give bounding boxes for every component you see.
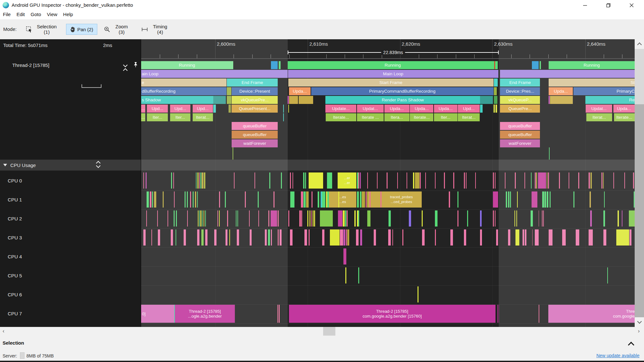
trace-slice[interactable]: [229, 105, 230, 113]
cpu-slice[interactable]: [157, 210, 158, 227]
cpu-slice[interactable]: [508, 229, 511, 246]
cpu-slice[interactable]: [320, 210, 333, 227]
cpu-slice[interactable]: [607, 267, 608, 283]
trace-slice[interactable]: Itera...: [384, 113, 409, 121]
cpu-slice[interactable]: [493, 191, 498, 208]
menu-edit[interactable]: Edit: [14, 10, 28, 18]
cpu-slice[interactable]: [538, 172, 546, 189]
trace-slice[interactable]: queueBuffer: [232, 131, 278, 139]
cpu-slice[interactable]: [562, 229, 566, 246]
trace-slice[interactable]: s Shadow: [141, 96, 213, 104]
cpu-slice[interactable]: [314, 210, 315, 227]
cpu-slice[interactable]: [237, 229, 239, 246]
cpu-slice[interactable]: [279, 305, 279, 323]
cpu-slice[interactable]: Thread-2 [15785]...ogle.a2g.bender: [175, 305, 235, 323]
cpu-slice[interactable]: [301, 191, 303, 208]
trace-slice[interactable]: [227, 96, 232, 104]
cpu-slice[interactable]: [630, 229, 631, 246]
trace-slice[interactable]: [549, 96, 549, 104]
trace-slice[interactable]: waitForever: [232, 139, 278, 147]
cpu-slice[interactable]: [199, 172, 200, 189]
cpu-slice[interactable]: [204, 172, 205, 189]
trace-slice[interactable]: PrimaryC: [573, 87, 635, 95]
cpu-slice[interactable]: [358, 267, 359, 283]
cpu-slice[interactable]: [185, 191, 186, 208]
cpu-slice[interactable]: [307, 210, 308, 227]
cpu-slice[interactable]: [367, 172, 368, 189]
cpu-slice[interactable]: [539, 305, 539, 323]
cpu-slice[interactable]: [457, 191, 458, 208]
trace-slice[interactable]: ...: [141, 105, 145, 113]
cpu-slice[interactable]: [624, 172, 625, 189]
collapse-icon[interactable]: [124, 62, 127, 73]
cpu-slice[interactable]: [517, 191, 518, 208]
trace-slice[interactable]: Iterate...: [410, 113, 433, 121]
cpu-slice[interactable]: [265, 229, 267, 246]
trace-slice[interactable]: [540, 61, 541, 69]
scroll-up-arrow[interactable]: [635, 39, 644, 49]
cpu-slice[interactable]: [480, 229, 482, 246]
cpu-slice[interactable]: [550, 191, 551, 208]
trace-slice[interactable]: Iterat...: [586, 113, 612, 121]
cpu-slice[interactable]: [299, 210, 301, 227]
cpu-slice[interactable]: [236, 210, 236, 227]
trace-slice[interactable]: Iterat...: [458, 113, 480, 121]
trace-slice[interactable]: [213, 96, 226, 104]
trace-slice[interactable]: [230, 105, 231, 113]
trace-slice[interactable]: Update...: [325, 105, 356, 113]
cpu-slice[interactable]: [453, 172, 454, 189]
trace-slice[interactable]: Upd...: [458, 105, 480, 113]
cpu-slice[interactable]: [435, 210, 437, 227]
minimize-button[interactable]: [578, 0, 592, 10]
cpu-slice[interactable]: [495, 210, 495, 227]
cpu-slice[interactable]: [590, 191, 591, 208]
cpu-slice[interactable]: [613, 172, 614, 189]
cpu-slice[interactable]: [158, 229, 160, 246]
cpu-slice[interactable]: [532, 229, 533, 246]
cpu-slice[interactable]: [343, 229, 345, 246]
cpu-slice[interactable]: [293, 172, 293, 189]
trace-slice[interactable]: Upda...: [549, 87, 573, 95]
cpu-slice[interactable]: [258, 210, 259, 227]
cpu-slice[interactable]: [312, 191, 312, 208]
cpu-slice[interactable]: [531, 210, 533, 227]
cpu-slice[interactable]: [322, 229, 325, 246]
cpu-slice[interactable]: [480, 210, 482, 227]
trace-slice[interactable]: [494, 87, 496, 95]
cpu-slice[interactable]: [303, 172, 304, 189]
trace-slice[interactable]: Upda...: [613, 105, 635, 113]
cpu-slice[interactable]: [409, 210, 411, 227]
cpu-slice[interactable]: [163, 191, 164, 208]
cpu-slice[interactable]: [590, 210, 592, 227]
cpu-slice[interactable]: [360, 191, 361, 208]
cpu-slice[interactable]: [422, 210, 423, 227]
cpu-slice[interactable]: [197, 191, 198, 208]
cpu-slice[interactable]: [576, 229, 579, 246]
cpu-slice[interactable]: [338, 210, 343, 227]
cpu-slice[interactable]: [200, 210, 201, 227]
cpu-slice[interactable]: [318, 191, 319, 208]
cpu-slice[interactable]: [388, 229, 391, 246]
cpu-slice[interactable]: [345, 267, 346, 283]
trace-slice[interactable]: Running: [141, 61, 233, 69]
cpu-slice[interactable]: [271, 210, 277, 227]
trace-slice[interactable]: ain Loop: [141, 70, 288, 78]
cpu-slice[interactable]: [374, 229, 376, 246]
cpu-slice[interactable]: [535, 229, 537, 246]
cpu-slice[interactable]: [547, 172, 547, 189]
cpu-slice[interactable]: [578, 172, 579, 189]
cpu-slice[interactable]: [542, 210, 543, 227]
mode-button-zoom[interactable]: Zoom (3): [101, 24, 135, 35]
cpu-slice[interactable]: [425, 172, 426, 189]
cpu-slice[interactable]: [195, 191, 196, 208]
trace-slice[interactable]: e: [141, 79, 226, 87]
cpu-slice[interactable]: [217, 210, 218, 227]
cpu-slice[interactable]: [515, 172, 515, 189]
cpu-slice[interactable]: [258, 191, 259, 208]
cpu-slice[interactable]: [234, 172, 235, 189]
cpu-slice[interactable]: [537, 229, 538, 246]
cpu-slice[interactable]: [309, 172, 323, 189]
cpu-slice[interactable]: [535, 172, 536, 189]
trace-slice[interactable]: Start Frame: [288, 79, 493, 87]
trace-slice[interactable]: Iterate...: [326, 113, 356, 121]
